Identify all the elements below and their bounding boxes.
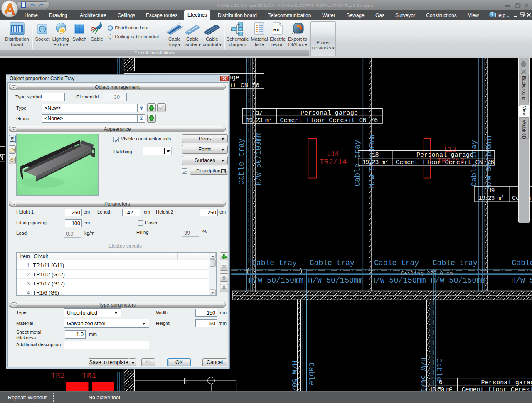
svg-text:Cable tray: Cable tray <box>310 259 355 267</box>
svg-text:L14: L14 <box>327 150 340 158</box>
svg-text:RTF: RTF <box>273 28 281 32</box>
svg-text:19: 19 <box>488 187 495 194</box>
svg-text:Ceiling 279.0 cm: Ceiling 279.0 cm <box>401 270 453 277</box>
svg-text:H/W 50/150mm: H/W 50/150mm <box>431 276 485 285</box>
svg-text:TR1: TR1 <box>82 371 96 380</box>
svg-text:18: 18 <box>372 151 379 159</box>
svg-text:Personal garage: Personal garage <box>416 151 474 159</box>
svg-text:Cable tray: Cable tray <box>307 362 315 391</box>
svg-text:H/W 50/150mm: H/W 50/150mm <box>308 276 363 285</box>
svg-text:): ) <box>299 268 303 275</box>
svg-text:Personal garage: Personal garage <box>481 379 532 386</box>
svg-text:Cable tray: Cable tray <box>252 259 297 267</box>
svg-text:Cable tray: Cable tray <box>353 140 362 187</box>
svg-text:Cable tray: Cable tray <box>433 259 478 267</box>
svg-text:H/W 50/100mm: H/W 50/100mm <box>254 133 263 186</box>
svg-text:19.23 m²: 19.23 m² <box>478 194 504 202</box>
svg-text:Personal garage: Personal garage <box>300 109 358 117</box>
svg-text:H/W 50/150mm: H/W 50/150mm <box>371 276 426 285</box>
svg-text:Cable tray: Cable tray <box>237 138 246 185</box>
svg-text:H/W 50/100mm: H/W 50/100mm <box>419 357 428 391</box>
svg-text:17: 17 <box>256 109 263 117</box>
svg-text:Cement floor Ceresit CN 76: Cement floor Ceresit CN 76 <box>280 117 378 124</box>
svg-text:TR2/14: TR2/14 <box>320 158 347 166</box>
svg-text:Cable tray: Cable tray <box>512 259 532 267</box>
svg-text:(: ( <box>246 268 249 275</box>
svg-text:Cable tray: Cable tray <box>374 259 419 267</box>
svg-text:19.23 m²: 19.23 m² <box>362 159 388 166</box>
svg-text:Cement floor Ceresi: Cement floor Ceresi <box>461 386 532 392</box>
svg-text:TR2: TR2 <box>51 371 65 380</box>
svg-text:H/W 50/100mm: H/W 50/100mm <box>290 361 298 392</box>
svg-text:6: 6 <box>439 379 443 386</box>
svg-text:H/W 50/150mm: H/W 50/150mm <box>511 276 532 285</box>
svg-text:Cement floor Ceresit CN 76: Cement floor Ceresit CN 76 <box>396 159 494 166</box>
svg-text:H/W 50/150mm: H/W 50/150mm <box>249 276 303 285</box>
svg-text:19.23 m²: 19.23 m² <box>246 117 272 124</box>
svg-text:18.50 m²: 18.50 m² <box>429 386 453 392</box>
